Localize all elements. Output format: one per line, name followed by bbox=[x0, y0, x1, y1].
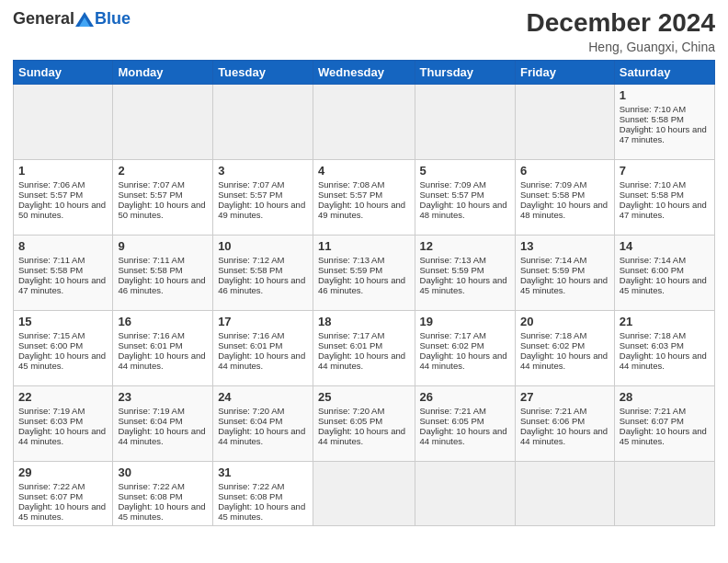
sunset-text: Sunset: 5:57 PM bbox=[420, 190, 510, 200]
sunset-text: Sunset: 6:06 PM bbox=[520, 416, 609, 426]
sunset-text: Sunset: 5:57 PM bbox=[318, 190, 410, 200]
logo-general-text: General bbox=[13, 9, 74, 29]
calendar-week-5: 22Sunrise: 7:19 AMSunset: 6:03 PMDayligh… bbox=[14, 385, 715, 461]
calendar-cell: 9Sunrise: 7:11 AMSunset: 5:58 PMDaylight… bbox=[113, 235, 213, 310]
calendar-cell bbox=[313, 84, 415, 159]
sunset-text: Sunset: 6:07 PM bbox=[620, 416, 710, 426]
calendar-cell: 6Sunrise: 7:09 AMSunset: 5:58 PMDaylight… bbox=[515, 159, 614, 235]
sunrise-text: Sunrise: 7:20 AM bbox=[218, 406, 308, 416]
calendar-cell bbox=[614, 461, 714, 525]
sunrise-text: Sunrise: 7:20 AM bbox=[318, 406, 410, 416]
daylight-text: Daylight: 10 hours and 44 minutes. bbox=[118, 426, 208, 446]
day-number: 15 bbox=[18, 315, 108, 328]
daylight-text: Daylight: 10 hours and 44 minutes. bbox=[420, 426, 510, 446]
calendar-cell: 15Sunrise: 7:15 AMSunset: 6:00 PMDayligh… bbox=[14, 310, 113, 385]
calendar-cell: 3Sunrise: 7:07 AMSunset: 5:57 PMDaylight… bbox=[213, 159, 313, 235]
sunset-text: Sunset: 5:58 PM bbox=[620, 114, 710, 124]
sunrise-text: Sunrise: 7:10 AM bbox=[620, 104, 710, 114]
sunrise-text: Sunrise: 7:21 AM bbox=[620, 406, 710, 416]
day-number: 7 bbox=[620, 164, 710, 178]
calendar-cell: 21Sunrise: 7:18 AMSunset: 6:03 PMDayligh… bbox=[614, 310, 714, 385]
sunrise-text: Sunrise: 7:17 AM bbox=[318, 330, 410, 340]
day-number: 17 bbox=[218, 315, 308, 328]
sunrise-text: Sunrise: 7:10 AM bbox=[620, 179, 710, 190]
daylight-text: Daylight: 10 hours and 47 minutes. bbox=[620, 200, 710, 220]
sunset-text: Sunset: 6:05 PM bbox=[318, 416, 410, 426]
sunset-text: Sunset: 6:07 PM bbox=[18, 491, 108, 501]
calendar-cell: 1Sunrise: 7:10 AMSunset: 5:58 PMDaylight… bbox=[614, 84, 714, 159]
sunset-text: Sunset: 6:05 PM bbox=[420, 416, 510, 426]
page-container: General Blue December 2024 Heng, Guangxi… bbox=[0, 0, 728, 534]
calendar-week-6: 29Sunrise: 7:22 AMSunset: 6:07 PMDayligh… bbox=[14, 461, 715, 525]
daylight-text: Daylight: 10 hours and 49 minutes. bbox=[318, 200, 410, 220]
daylight-text: Daylight: 10 hours and 45 minutes. bbox=[118, 501, 208, 522]
sunrise-text: Sunrise: 7:08 AM bbox=[318, 179, 410, 190]
sunrise-text: Sunrise: 7:09 AM bbox=[520, 179, 609, 190]
daylight-text: Daylight: 10 hours and 45 minutes. bbox=[18, 350, 108, 371]
sunrise-text: Sunrise: 7:14 AM bbox=[520, 255, 609, 265]
day-number: 5 bbox=[420, 164, 510, 178]
daylight-text: Daylight: 10 hours and 47 minutes. bbox=[620, 124, 710, 144]
sunrise-text: Sunrise: 7:09 AM bbox=[420, 179, 510, 190]
calendar-header-row: SundayMondayTuesdayWednesdayThursdayFrid… bbox=[14, 60, 715, 84]
calendar-week-4: 15Sunrise: 7:15 AMSunset: 6:00 PMDayligh… bbox=[14, 310, 715, 385]
calendar-cell: 24Sunrise: 7:20 AMSunset: 6:04 PMDayligh… bbox=[213, 385, 313, 461]
sunset-text: Sunset: 5:59 PM bbox=[318, 265, 410, 275]
daylight-text: Daylight: 10 hours and 44 minutes. bbox=[118, 350, 208, 371]
sunset-text: Sunset: 5:58 PM bbox=[118, 265, 208, 275]
sunrise-text: Sunrise: 7:15 AM bbox=[18, 330, 108, 340]
sunrise-text: Sunrise: 7:13 AM bbox=[318, 255, 410, 265]
calendar-cell bbox=[313, 461, 415, 525]
daylight-text: Daylight: 10 hours and 46 minutes. bbox=[318, 275, 410, 295]
day-number: 12 bbox=[420, 239, 510, 253]
daylight-text: Daylight: 10 hours and 45 minutes. bbox=[620, 426, 710, 446]
calendar-cell bbox=[14, 84, 113, 159]
calendar-cell bbox=[213, 84, 313, 159]
day-number: 20 bbox=[520, 315, 609, 328]
daylight-text: Daylight: 10 hours and 45 minutes. bbox=[620, 275, 710, 295]
sunrise-text: Sunrise: 7:11 AM bbox=[118, 255, 208, 265]
sunrise-text: Sunrise: 7:13 AM bbox=[420, 255, 510, 265]
calendar-cell: 22Sunrise: 7:19 AMSunset: 6:03 PMDayligh… bbox=[14, 385, 113, 461]
sunrise-text: Sunrise: 7:07 AM bbox=[218, 179, 308, 190]
sunrise-text: Sunrise: 7:06 AM bbox=[18, 179, 108, 190]
logo-icon bbox=[75, 12, 94, 27]
sunset-text: Sunset: 5:57 PM bbox=[118, 190, 208, 200]
daylight-text: Daylight: 10 hours and 45 minutes. bbox=[520, 275, 609, 295]
sunset-text: Sunset: 5:58 PM bbox=[620, 190, 710, 200]
column-header-saturday: Saturday bbox=[614, 60, 714, 84]
calendar-cell: 27Sunrise: 7:21 AMSunset: 6:06 PMDayligh… bbox=[515, 385, 614, 461]
sunrise-text: Sunrise: 7:21 AM bbox=[420, 406, 510, 416]
sunset-text: Sunset: 6:01 PM bbox=[218, 340, 308, 350]
column-header-thursday: Thursday bbox=[415, 60, 515, 84]
calendar-cell: 28Sunrise: 7:21 AMSunset: 6:07 PMDayligh… bbox=[614, 385, 714, 461]
calendar-cell: 25Sunrise: 7:20 AMSunset: 6:05 PMDayligh… bbox=[313, 385, 415, 461]
calendar-cell: 13Sunrise: 7:14 AMSunset: 5:59 PMDayligh… bbox=[515, 235, 614, 310]
sunrise-text: Sunrise: 7:11 AM bbox=[18, 255, 108, 265]
calendar-cell: 17Sunrise: 7:16 AMSunset: 6:01 PMDayligh… bbox=[213, 310, 313, 385]
daylight-text: Daylight: 10 hours and 45 minutes. bbox=[218, 501, 308, 522]
daylight-text: Daylight: 10 hours and 44 minutes. bbox=[420, 350, 510, 371]
daylight-text: Daylight: 10 hours and 44 minutes. bbox=[520, 426, 609, 446]
sunset-text: Sunset: 6:03 PM bbox=[18, 416, 108, 426]
calendar-cell: 14Sunrise: 7:14 AMSunset: 6:00 PMDayligh… bbox=[614, 235, 714, 310]
calendar-cell: 5Sunrise: 7:09 AMSunset: 5:57 PMDaylight… bbox=[415, 159, 515, 235]
calendar-cell bbox=[415, 461, 515, 525]
day-number: 11 bbox=[318, 239, 410, 253]
sunset-text: Sunset: 6:04 PM bbox=[218, 416, 308, 426]
calendar-week-2: 1Sunrise: 7:06 AMSunset: 5:57 PMDaylight… bbox=[14, 159, 715, 235]
calendar-table: SundayMondayTuesdayWednesdayThursdayFrid… bbox=[13, 60, 715, 526]
daylight-text: Daylight: 10 hours and 44 minutes. bbox=[18, 426, 108, 446]
daylight-text: Daylight: 10 hours and 50 minutes. bbox=[118, 200, 208, 220]
sunset-text: Sunset: 6:00 PM bbox=[18, 340, 108, 350]
location: Heng, Guangxi, China bbox=[527, 40, 715, 54]
sunset-text: Sunset: 6:08 PM bbox=[118, 491, 208, 501]
sunrise-text: Sunrise: 7:14 AM bbox=[620, 255, 710, 265]
sunrise-text: Sunrise: 7:18 AM bbox=[620, 330, 710, 340]
header: General Blue December 2024 Heng, Guangxi… bbox=[13, 9, 715, 54]
calendar-cell: 23Sunrise: 7:19 AMSunset: 6:04 PMDayligh… bbox=[113, 385, 213, 461]
column-header-wednesday: Wednesday bbox=[313, 60, 415, 84]
sunrise-text: Sunrise: 7:19 AM bbox=[18, 406, 108, 416]
day-number: 18 bbox=[318, 315, 410, 328]
sunset-text: Sunset: 6:04 PM bbox=[118, 416, 208, 426]
